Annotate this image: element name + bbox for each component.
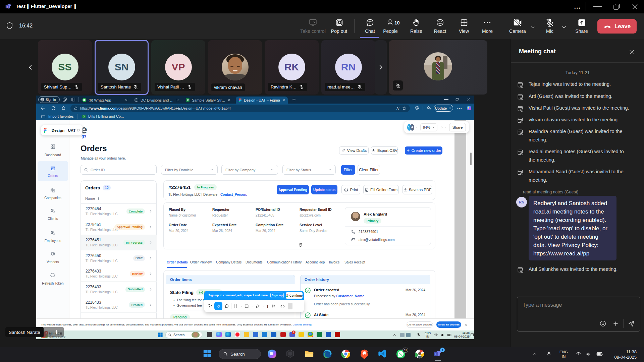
svg-text:T: T xyxy=(6,5,8,8)
svg-text:T: T xyxy=(435,352,437,356)
